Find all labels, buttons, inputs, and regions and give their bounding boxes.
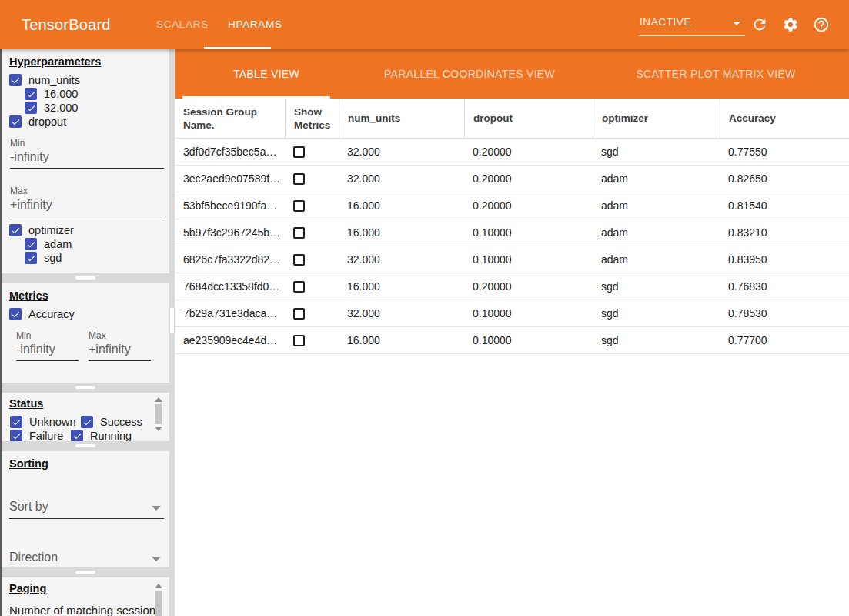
scrollbar-thumb[interactable] bbox=[155, 404, 162, 424]
table-row: ae235909ec4e4d… 16.000 0.10000 sgd 0.777… bbox=[175, 327, 849, 354]
tab-table-view[interactable]: TABLE VIEW bbox=[233, 49, 299, 99]
dropout-value: 0.10000 bbox=[464, 307, 593, 320]
resize-handle[interactable] bbox=[75, 444, 95, 447]
checked-checkbox-icon[interactable] bbox=[9, 224, 22, 236]
scrollbar-thumb[interactable] bbox=[155, 591, 162, 616]
checked-checkbox-icon[interactable] bbox=[25, 102, 37, 114]
status-failure[interactable]: Failure bbox=[10, 430, 66, 441]
num-units-value: 32.000 bbox=[339, 172, 464, 185]
hparam-optimizer-adam[interactable]: adam bbox=[2, 237, 169, 251]
num-units-value: 16.000 bbox=[339, 199, 464, 212]
dropout-min-field[interactable]: Min -infinity bbox=[10, 138, 164, 169]
metric-accuracy[interactable]: Accuracy bbox=[2, 307, 169, 321]
active-view-tab-indicator bbox=[182, 96, 330, 99]
accuracy-value: 0.83950 bbox=[720, 253, 849, 266]
direction-select[interactable]: Direction bbox=[9, 551, 164, 567]
checked-checkbox-icon[interactable] bbox=[25, 252, 37, 264]
optimizer-value: sgd bbox=[593, 307, 720, 320]
optimizer-value: adam bbox=[593, 172, 720, 185]
checked-checkbox-icon[interactable] bbox=[25, 238, 37, 250]
show-metrics-checkbox[interactable] bbox=[293, 335, 305, 346]
checked-checkbox-icon[interactable] bbox=[10, 430, 22, 441]
help-icon bbox=[813, 16, 830, 33]
chevron-down-icon bbox=[152, 557, 161, 561]
tab-hparams[interactable]: HPARAMS bbox=[228, 0, 282, 49]
col-dropout: dropout bbox=[464, 99, 593, 138]
table-row: 3df0d7cf35bec5a… 32.000 0.20000 sgd 0.77… bbox=[175, 139, 849, 166]
metrics-panel: Metrics Accuracy Min -infinity Max +infi… bbox=[2, 283, 169, 383]
status-unknown[interactable]: Unknown bbox=[10, 416, 76, 428]
checked-checkbox-icon[interactable] bbox=[81, 416, 93, 428]
refresh-button[interactable] bbox=[751, 16, 768, 33]
sidebar-scrollbar[interactable] bbox=[169, 49, 175, 616]
optimizer-value: sgd bbox=[593, 334, 720, 346]
tab-parallel-coordinates-view[interactable]: PARALLEL COORDINATES VIEW bbox=[384, 49, 555, 99]
scrollbar-thumb[interactable] bbox=[170, 308, 174, 333]
status-success[interactable]: Success bbox=[81, 416, 142, 428]
show-metrics-checkbox[interactable] bbox=[293, 308, 305, 320]
session-group-name: 7b29a731e3daca… bbox=[175, 307, 285, 320]
help-button[interactable] bbox=[813, 16, 830, 33]
hparam-value-16[interactable]: 16.000 bbox=[2, 87, 169, 101]
optimizer-value: sgd bbox=[593, 146, 720, 158]
sorting-title: Sorting bbox=[9, 457, 48, 470]
checked-checkbox-icon[interactable] bbox=[9, 116, 22, 128]
checked-checkbox-icon[interactable] bbox=[9, 308, 22, 320]
num-units-value: 16.000 bbox=[339, 280, 464, 293]
hparam-dropout[interactable]: dropout bbox=[2, 115, 169, 129]
active-tab-indicator bbox=[204, 47, 271, 49]
matching-groups-summary: Number of matching session groups: 8 bbox=[9, 603, 157, 616]
show-metrics-checkbox[interactable] bbox=[293, 281, 305, 293]
dropout-value: 0.10000 bbox=[464, 334, 593, 346]
show-metrics-checkbox[interactable] bbox=[293, 254, 305, 266]
metric-max-field[interactable]: Max +infinity bbox=[89, 330, 151, 361]
table-row: 6826c7fa3322d82… 32.000 0.10000 adam 0.8… bbox=[175, 246, 849, 273]
chevron-down-icon bbox=[733, 22, 740, 25]
session-group-name: ae235909ec4e4d… bbox=[175, 334, 285, 346]
show-metrics-checkbox[interactable] bbox=[293, 146, 305, 158]
checked-checkbox-icon[interactable] bbox=[10, 416, 22, 428]
resize-handle[interactable] bbox=[75, 276, 95, 280]
status-running[interactable]: Running bbox=[71, 430, 132, 441]
top-toolbar: TensorBoard SCALARS HPARAMS INACTIVE bbox=[0, 0, 849, 49]
tab-scatter-plot-matrix-view[interactable]: SCATTER PLOT MATRIX VIEW bbox=[636, 49, 795, 99]
section-divider bbox=[2, 273, 169, 283]
scroll-up-icon[interactable] bbox=[155, 397, 162, 402]
checked-checkbox-icon[interactable] bbox=[9, 74, 22, 86]
num-units-value: 32.000 bbox=[339, 307, 464, 320]
resize-handle[interactable] bbox=[75, 386, 95, 389]
show-metrics-checkbox[interactable] bbox=[293, 200, 305, 212]
view-tabs-bar: TABLE VIEW PARALLEL COORDINATES VIEW SCA… bbox=[175, 49, 849, 99]
hyperparameters-title: Hyperparameters bbox=[9, 55, 101, 68]
run-status-dropdown[interactable]: INACTIVE bbox=[639, 12, 745, 36]
sort-by-select[interactable]: Sort by bbox=[9, 500, 164, 519]
hparam-optimizer[interactable]: optimizer bbox=[2, 223, 169, 237]
hparam-num-units[interactable]: num_units bbox=[2, 73, 169, 87]
paging-scrollbar[interactable] bbox=[153, 584, 163, 616]
show-metrics-checkbox[interactable] bbox=[293, 173, 305, 185]
checked-checkbox-icon[interactable] bbox=[25, 88, 37, 100]
hyperparameters-panel: Hyperparameters num_units 16.000 32.000 … bbox=[2, 49, 169, 273]
show-metrics-checkbox[interactable] bbox=[293, 227, 305, 239]
scroll-up-icon[interactable] bbox=[155, 584, 162, 588]
dropout-max-field[interactable]: Max +infinity bbox=[10, 186, 164, 216]
dropout-value: 0.20000 bbox=[464, 172, 593, 185]
accuracy-value: 0.76830 bbox=[720, 280, 849, 293]
hparam-value-32[interactable]: 32.000 bbox=[2, 101, 169, 115]
accuracy-value: 0.83210 bbox=[720, 226, 849, 239]
num-units-value: 32.000 bbox=[339, 146, 464, 158]
checked-checkbox-icon[interactable] bbox=[71, 430, 83, 441]
metric-min-field[interactable]: Min -infinity bbox=[16, 330, 79, 361]
optimizer-value: adam bbox=[593, 199, 720, 212]
tab-scalars[interactable]: SCALARS bbox=[156, 0, 209, 49]
table-row: 53bf5bece9190fa… 16.000 0.20000 adam 0.8… bbox=[175, 192, 849, 219]
session-group-name: 3ec2aed9e07589f… bbox=[175, 172, 285, 185]
optimizer-value: sgd bbox=[593, 280, 720, 293]
resize-handle[interactable] bbox=[75, 571, 95, 574]
filter-sidebar: Hyperparameters num_units 16.000 32.000 … bbox=[0, 49, 169, 616]
col-num-units: num_units bbox=[339, 99, 464, 138]
hparam-optimizer-sgd[interactable]: sgd bbox=[2, 251, 169, 265]
scroll-down-icon[interactable] bbox=[155, 427, 162, 431]
status-scrollbar[interactable] bbox=[153, 397, 163, 437]
settings-button[interactable] bbox=[782, 16, 799, 33]
